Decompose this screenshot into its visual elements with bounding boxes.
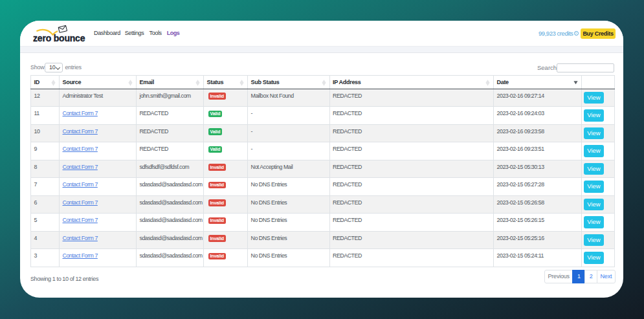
- svg-text:zero bounce: zero bounce: [33, 33, 85, 43]
